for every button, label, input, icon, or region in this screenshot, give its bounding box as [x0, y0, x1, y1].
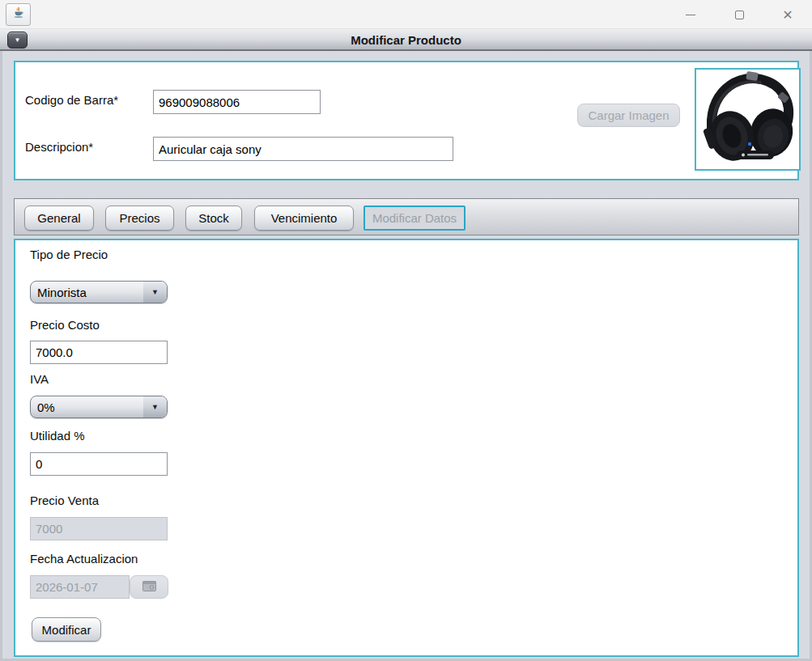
- tab-stock[interactable]: Stock: [185, 206, 242, 231]
- load-image-button[interactable]: Cargar Imagen: [577, 104, 680, 127]
- close-icon: ✕: [782, 7, 793, 23]
- barcode-label: Codigo de Barra*: [25, 93, 118, 107]
- utilidad-input[interactable]: [30, 452, 168, 476]
- app-window-icon-button[interactable]: [6, 3, 31, 26]
- fecha-actualizacion-label: Fecha Actualizacion: [30, 552, 138, 566]
- calendar-picker-button[interactable]: [130, 575, 168, 599]
- description-input[interactable]: [153, 137, 453, 161]
- precio-costo-label: Precio Costo: [30, 318, 100, 332]
- tab-general[interactable]: General: [24, 206, 94, 231]
- chevron-down-icon: ▼: [151, 288, 159, 296]
- tab-strip: General Precios Stock Vencimiento Modifi…: [14, 198, 799, 235]
- utilidad-label: Utilidad %: [30, 429, 85, 443]
- tab-precios[interactable]: Precios: [105, 206, 174, 231]
- iva-selected-value: 0%: [31, 396, 143, 417]
- java-coffee-icon: [12, 6, 25, 23]
- frame-menu-button[interactable]: ▼: [7, 32, 28, 49]
- precio-venta-label: Precio Venta: [30, 494, 99, 507]
- barcode-input[interactable]: [153, 90, 321, 114]
- maximize-icon: [735, 11, 744, 19]
- minimize-icon: [686, 15, 695, 15]
- minimize-button[interactable]: [666, 0, 715, 29]
- chevron-down-icon: ▼: [15, 36, 21, 44]
- chevron-down-icon: ▼: [151, 403, 159, 411]
- modificar-button[interactable]: Modificar: [32, 617, 101, 642]
- frame-title: Modificar Producto: [0, 29, 812, 51]
- precio-costo-input[interactable]: [30, 341, 168, 364]
- product-header-panel: Codigo de Barra* Descripcion* Cargar Ima…: [14, 61, 799, 180]
- tipo-precio-select[interactable]: Minorista ▼: [30, 281, 168, 303]
- close-button[interactable]: ✕: [763, 0, 812, 29]
- tipo-precio-label: Tipo de Precio: [30, 248, 108, 261]
- fecha-actualizacion-input[interactable]: [30, 575, 130, 599]
- precio-venta-input[interactable]: [30, 517, 168, 540]
- calendar-icon: [142, 580, 156, 594]
- maximize-button[interactable]: [715, 0, 763, 29]
- window-controls: ✕: [666, 0, 812, 29]
- precios-form-panel: Tipo de Precio Minorista ▼ Precio Costo …: [14, 239, 799, 657]
- os-titlebar: ✕: [0, 0, 812, 29]
- frame-titlebar: Modificar Producto ▼: [0, 29, 812, 51]
- tipo-precio-selected-value: Minorista: [31, 282, 143, 303]
- tab-vencimiento[interactable]: Vencimiento: [254, 206, 354, 231]
- iva-label: IVA: [30, 372, 49, 386]
- description-label: Descripcion*: [25, 140, 93, 154]
- internal-frame: Modificar Producto ▼ Codigo de Barra* De…: [0, 29, 812, 661]
- tab-modificar-datos[interactable]: Modificar Datos: [363, 206, 466, 231]
- product-image: [695, 68, 801, 171]
- iva-select[interactable]: 0% ▼: [30, 396, 168, 418]
